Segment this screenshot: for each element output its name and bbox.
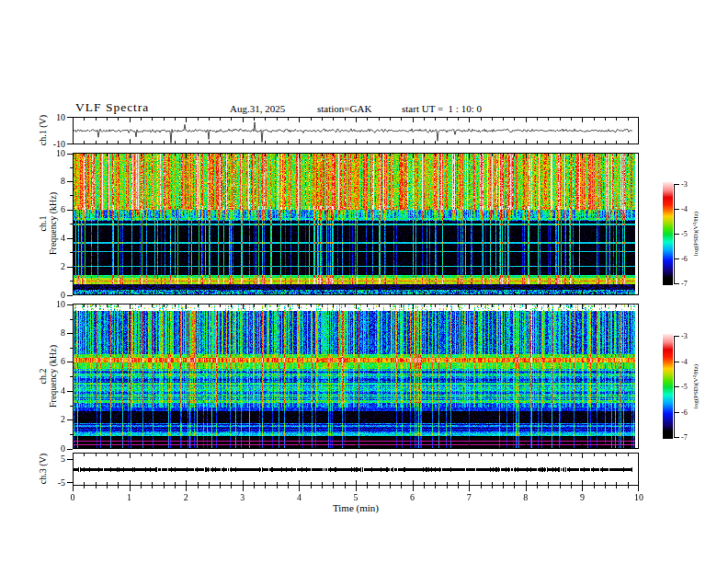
x-tick-in xyxy=(582,304,583,309)
x-tick-in xyxy=(594,154,595,156)
x-tick-in xyxy=(379,454,380,456)
x-tick-in xyxy=(220,141,221,144)
ch1-spectrogram-image xyxy=(74,154,635,294)
x-tick-in xyxy=(107,292,108,294)
x-tick-in xyxy=(209,304,210,307)
x-tick-in xyxy=(594,141,595,144)
x-tick-in xyxy=(254,141,255,144)
x-tick-in xyxy=(96,292,97,294)
vlf-spectra-figure: VLF Spectra Aug.31, 2025 station=GAK sta… xyxy=(0,0,728,563)
x-tick-in xyxy=(571,154,572,156)
x-tick-in xyxy=(594,304,595,307)
x-tick-in xyxy=(107,482,108,485)
x-tick-in xyxy=(118,445,119,448)
x-tick-in xyxy=(458,482,459,485)
x-tick-in xyxy=(198,304,199,307)
x-tick-in xyxy=(107,141,108,144)
x-tick-label: 3 xyxy=(233,492,253,502)
x-tick-in xyxy=(107,304,108,307)
x-tick-in xyxy=(367,482,368,485)
x-tick-in xyxy=(582,139,583,144)
x-tick-in xyxy=(571,454,572,456)
x-tick-in xyxy=(424,141,425,144)
x-tick-out xyxy=(322,486,323,488)
x-tick-in xyxy=(379,141,380,144)
x-tick-in xyxy=(311,118,312,121)
x-tick-in xyxy=(526,480,527,485)
y-tick-out xyxy=(67,419,73,420)
x-tick-in xyxy=(435,454,436,456)
x-tick-in xyxy=(243,290,244,294)
x-tick-out xyxy=(526,486,527,491)
x-tick-in xyxy=(469,454,470,458)
x-tick-in xyxy=(435,118,436,121)
x-tick-in xyxy=(345,304,346,307)
x-tick-in xyxy=(447,304,448,307)
x-tick-in xyxy=(311,154,312,156)
x-tick-in xyxy=(288,292,289,294)
y-tick-minor xyxy=(70,224,74,224)
x-tick-out xyxy=(311,486,312,488)
x-tick-in xyxy=(198,118,199,121)
x-tick-out xyxy=(628,486,629,488)
x-tick-in xyxy=(356,454,357,458)
x-tick-in xyxy=(447,292,448,294)
x-tick-in xyxy=(209,454,210,456)
x-tick-in xyxy=(254,292,255,294)
x-tick-in xyxy=(469,118,470,122)
x-tick-in xyxy=(141,304,142,307)
x-tick-in xyxy=(311,292,312,294)
x-tick-in xyxy=(390,482,391,485)
x-tick-in xyxy=(175,304,176,307)
station-label: station=GAK xyxy=(317,103,371,114)
x-tick-in xyxy=(254,445,255,448)
x-tick-in xyxy=(265,304,266,307)
x-tick-in xyxy=(175,154,176,156)
x-tick-in xyxy=(367,304,368,307)
x-tick-in xyxy=(469,139,470,144)
page-title: VLF Spectra xyxy=(75,100,149,115)
x-tick-in xyxy=(413,290,414,294)
cb-tick-label: -6 xyxy=(681,255,688,263)
x-tick-in xyxy=(96,154,97,156)
x-tick-in xyxy=(299,454,300,458)
x-tick-in xyxy=(424,454,425,456)
x-tick-in xyxy=(413,443,414,448)
y-tick-out xyxy=(67,267,73,268)
x-tick-out xyxy=(96,486,97,488)
x-tick-in xyxy=(277,445,278,448)
x-tick-in xyxy=(333,454,334,456)
x-tick-label: 5 xyxy=(346,492,366,502)
x-tick-out xyxy=(413,486,414,491)
x-tick-out xyxy=(560,486,561,488)
x-tick-in xyxy=(367,154,368,156)
x-tick-in xyxy=(356,139,357,144)
x-tick-in xyxy=(537,304,538,307)
x-tick-in xyxy=(243,443,244,448)
x-tick-in xyxy=(175,118,176,121)
x-tick-in xyxy=(605,118,606,121)
x-tick-in xyxy=(96,118,97,121)
x-tick-out xyxy=(231,486,232,488)
x-tick-in xyxy=(288,141,289,144)
x-tick-in xyxy=(243,480,244,485)
x-tick-in xyxy=(231,445,232,448)
x-tick-in xyxy=(345,482,346,485)
cb-tick-label: -6 xyxy=(681,408,688,417)
x-tick-out xyxy=(73,486,74,491)
x-tick-in xyxy=(435,141,436,144)
x-tick-in xyxy=(333,118,334,121)
cb-tick-label: -4 xyxy=(681,205,688,213)
x-tick-out xyxy=(345,486,346,488)
x-tick-in xyxy=(492,304,493,307)
x-tick-in xyxy=(413,454,414,458)
x-tick-in xyxy=(141,141,142,144)
x-tick-in xyxy=(254,118,255,121)
x-tick-in xyxy=(492,445,493,448)
x-tick-in xyxy=(152,304,153,307)
x-tick-in xyxy=(209,445,210,448)
x-tick-in xyxy=(333,141,334,144)
x-tick-in xyxy=(413,304,414,309)
x-tick-in xyxy=(299,139,300,144)
x-tick-in xyxy=(288,454,289,456)
